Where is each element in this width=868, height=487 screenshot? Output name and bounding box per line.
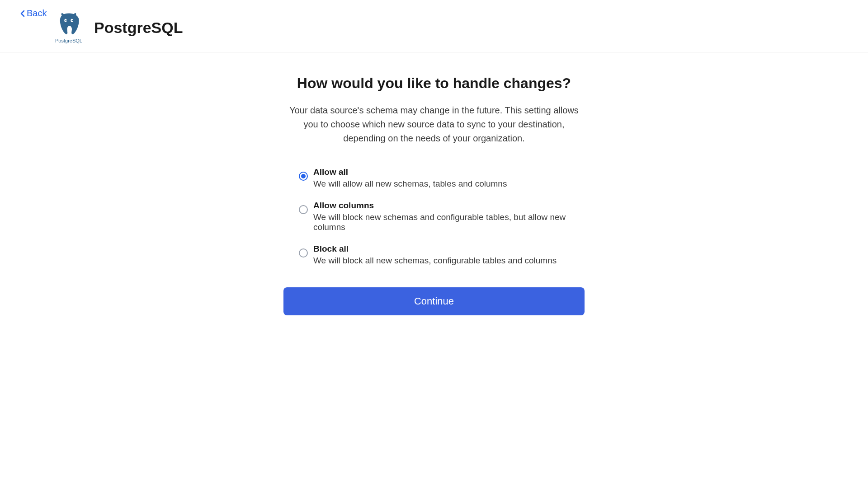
postgresql-icon	[56, 12, 81, 37]
connector-logo: PostgreSQL	[52, 12, 85, 43]
svg-point-2	[66, 20, 66, 21]
option-description: We will block all new schemas, configura…	[313, 256, 557, 266]
option-block-all[interactable]: Block all We will block all new schemas,…	[299, 244, 585, 266]
page-question: How would you like to handle changes?	[283, 75, 585, 92]
radio-allow-all[interactable]	[299, 172, 308, 181]
option-title: Allow columns	[313, 201, 585, 211]
radio-allow-columns[interactable]	[299, 205, 308, 214]
radio-block-all[interactable]	[299, 248, 308, 258]
page-header: Back PostgreSQL PostgreSQL	[0, 0, 868, 52]
option-title: Block all	[313, 244, 557, 254]
back-button[interactable]: Back	[20, 8, 47, 19]
option-description: We will allow all new schemas, tables an…	[313, 179, 507, 189]
continue-button[interactable]: Continue	[283, 287, 585, 315]
page-description: Your data source's schema may change in …	[283, 103, 585, 145]
option-text: Allow columns We will block new schemas …	[313, 201, 585, 232]
option-text: Block all We will block all new schemas,…	[313, 244, 557, 266]
back-label: Back	[27, 8, 47, 19]
chevron-left-icon	[20, 10, 25, 17]
main-content: How would you like to handle changes? Yo…	[283, 75, 585, 315]
schema-change-options: Allow all We will allow all new schemas,…	[299, 167, 585, 266]
option-description: We will block new schemas and configurab…	[313, 212, 585, 232]
option-allow-columns[interactable]: Allow columns We will block new schemas …	[299, 201, 585, 232]
logo-caption: PostgreSQL	[55, 38, 82, 43]
option-title: Allow all	[313, 167, 507, 177]
connector-name: PostgreSQL	[94, 19, 183, 37]
connector-title-group: PostgreSQL PostgreSQL	[52, 12, 183, 43]
option-allow-all[interactable]: Allow all We will allow all new schemas,…	[299, 167, 585, 189]
svg-point-3	[72, 20, 73, 21]
option-text: Allow all We will allow all new schemas,…	[313, 167, 507, 189]
